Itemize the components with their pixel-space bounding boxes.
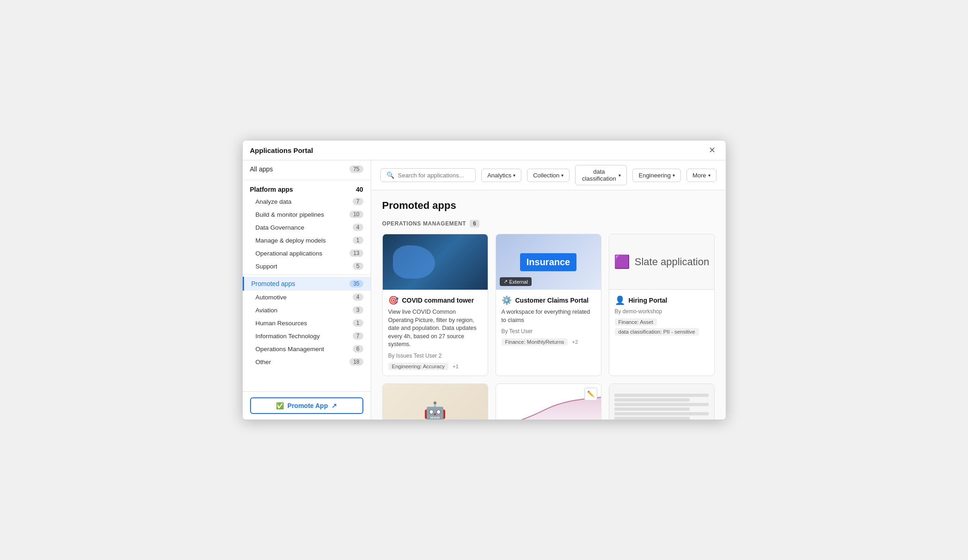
sidebar-sub-other[interactable]: Other 18 <box>243 355 371 368</box>
research-edit-button[interactable]: ✏️ <box>584 388 597 401</box>
page-title: Promoted apps <box>382 200 715 212</box>
sidebar-sub-governance[interactable]: Data Governance 4 <box>243 221 371 234</box>
sidebar-sub-models[interactable]: Manage & deploy models 1 <box>243 234 371 247</box>
sidebar-sub-build[interactable]: Build & monitor pipelines 10 <box>243 208 371 221</box>
promote-check-icon: ✅ <box>276 402 284 409</box>
operational-badge: 13 <box>349 250 363 257</box>
card-test-image: ↗ <box>609 384 714 420</box>
topbar: 🔍 Analytics ▾ Collection ▾ data classifi… <box>371 160 726 190</box>
test-line-3 <box>614 403 709 406</box>
data-classification-filter-btn[interactable]: data classification ▾ <box>575 165 627 185</box>
hiring-tag-finance: Finance: Asset <box>615 318 657 326</box>
analyze-badge: 7 <box>353 198 363 205</box>
card-claims-title-row: ⚙️ Customer Claims Portal <box>502 295 595 305</box>
cards-grid: 🎯 COVID command tower View live COVID Co… <box>382 234 715 420</box>
sidebar-sub-support[interactable]: Support 5 <box>243 260 371 273</box>
sidebar-sub-ops[interactable]: Operations Management 6 <box>243 342 371 355</box>
section-label: OPERATIONS MANAGEMENT <box>382 220 466 227</box>
sidebar-sub-aviation[interactable]: Aviation 3 <box>243 304 371 317</box>
card-reporting[interactable]: 🤖 ↗ External 📄 Reporting hub (demo) <box>382 383 488 420</box>
search-icon: 🔍 <box>386 171 394 179</box>
analytics-chevron-icon: ▾ <box>513 173 515 178</box>
it-label: Information Technology <box>256 333 320 340</box>
it-badge: 7 <box>353 332 363 340</box>
engineering-label: Engineering <box>638 172 670 179</box>
robot-background: 🤖 <box>383 384 488 420</box>
hiring-tag-data: data classification: PII - sensitive <box>615 328 699 335</box>
search-wrap[interactable]: 🔍 <box>380 168 476 182</box>
section-header: OPERATIONS MANAGEMENT 6 <box>382 220 715 227</box>
slate-app-label: Slate application <box>635 256 709 268</box>
hiring-tags: Finance: Asset data classification: PII … <box>615 318 709 335</box>
main-content: 🔍 Analytics ▾ Collection ▾ data classifi… <box>371 160 726 420</box>
card-covid-title-row: 🎯 COVID command tower <box>388 295 482 305</box>
test-line-2 <box>614 398 690 402</box>
card-hiring-title-row: 👤 Hiring Portal <box>615 295 709 305</box>
platform-apps-header[interactable]: Platform apps 40 <box>243 182 371 195</box>
card-covid-body: 🎯 COVID command tower View live COVID Co… <box>383 290 488 376</box>
covid-tags: Engineering: Accuracy +1 <box>388 363 482 370</box>
card-claims[interactable]: Insurance ↗ External ⚙️ Customer Claims … <box>496 234 601 376</box>
sidebar-sub-operational[interactable]: Operational applications 13 <box>243 247 371 260</box>
more-filter-btn[interactable]: More ▾ <box>686 169 717 182</box>
body-container: All apps 75 Platform apps 40 Analyze dat… <box>243 160 726 420</box>
card-hiring-body: 👤 Hiring Portal By demo-workshop Finance… <box>609 290 714 341</box>
card-research[interactable]: ✏️ <box>496 383 601 420</box>
card-claims-image: Insurance ↗ External <box>496 234 601 290</box>
test-line-6 <box>614 417 690 420</box>
external-text: External <box>509 279 528 285</box>
sidebar-item-promoted-apps[interactable]: Promoted apps 35 <box>243 277 371 291</box>
sidebar-all-section: All apps 75 <box>243 160 371 178</box>
card-covid[interactable]: 🎯 COVID command tower View live COVID Co… <box>382 234 488 376</box>
covid-title: COVID command tower <box>402 297 474 304</box>
promote-arrow-icon: ↗ <box>331 402 337 409</box>
ops-label: Operations Management <box>256 346 325 353</box>
analyze-label: Analyze data <box>256 198 292 205</box>
hr-label: Human Resources <box>256 320 307 327</box>
card-test[interactable]: ↗ <box>609 383 715 420</box>
hiring-icon: 👤 <box>615 295 625 305</box>
aviation-badge: 3 <box>353 306 363 314</box>
all-apps-label: All apps <box>250 165 350 173</box>
sidebar-divider-2 <box>243 274 371 275</box>
build-badge: 10 <box>349 211 363 218</box>
other-badge: 18 <box>349 358 363 365</box>
search-input[interactable] <box>398 172 470 179</box>
platform-apps-badge: 40 <box>356 186 363 193</box>
engineering-filter-btn[interactable]: Engineering ▾ <box>632 169 680 182</box>
analytics-filter-btn[interactable]: Analytics ▾ <box>481 169 521 182</box>
card-reporting-image: 🤖 ↗ External <box>383 384 488 420</box>
hiring-author: By demo-workshop <box>615 308 709 315</box>
governance-label: Data Governance <box>256 224 305 231</box>
automotive-label: Automotive <box>256 294 287 301</box>
window-title: Applications Portal <box>250 146 313 154</box>
promote-app-button[interactable]: ✅ Promote App ↗ <box>250 397 363 414</box>
hiring-title: Hiring Portal <box>629 297 668 304</box>
hr-badge: 1 <box>353 319 363 327</box>
support-badge: 5 <box>353 262 363 270</box>
card-research-image: ✏️ <box>496 384 601 420</box>
card-hiring[interactable]: 🟪 Slate application 👤 Hiring Portal By d… <box>609 234 715 376</box>
sidebar-item-all-apps[interactable]: All apps 75 <box>243 162 371 176</box>
close-button[interactable]: ✕ <box>706 145 718 155</box>
platform-apps-label: Platform apps <box>250 186 293 193</box>
engineering-chevron-icon: ▾ <box>673 173 675 178</box>
covid-tag-engineering: Engineering: Accuracy <box>388 363 448 370</box>
all-apps-badge: 75 <box>349 165 363 173</box>
test-line-4 <box>614 408 690 411</box>
sidebar-sub-it[interactable]: Information Technology 7 <box>243 329 371 342</box>
ops-badge: 6 <box>353 345 363 353</box>
models-badge: 1 <box>353 237 363 244</box>
collection-filter-btn[interactable]: Collection ▾ <box>527 169 570 182</box>
card-hiring-image: 🟪 Slate application <box>609 234 714 290</box>
titlebar: Applications Portal ✕ <box>243 140 726 160</box>
app-window: Applications Portal ✕ All apps 75 Platfo… <box>242 140 726 420</box>
sidebar-sub-hr[interactable]: Human Resources 1 <box>243 317 371 329</box>
other-label: Other <box>256 359 271 365</box>
sidebar-sub-analyze[interactable]: Analyze data 7 <box>243 195 371 208</box>
sidebar: All apps 75 Platform apps 40 Analyze dat… <box>243 160 371 420</box>
data-classification-label: data classification <box>581 168 617 182</box>
automotive-badge: 4 <box>353 293 363 301</box>
claims-author: By Test User <box>502 328 595 335</box>
sidebar-sub-automotive[interactable]: Automotive 4 <box>243 291 371 304</box>
